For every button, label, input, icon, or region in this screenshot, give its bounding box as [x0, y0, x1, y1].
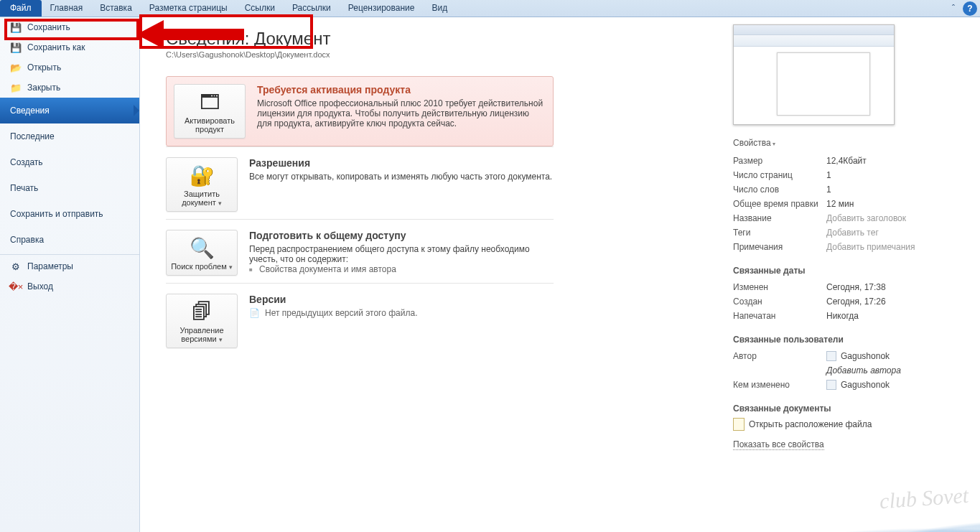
prop-key: Размер [733, 154, 826, 168]
minimize-ribbon-icon[interactable]: ˆ [947, 0, 960, 17]
prop-value: 12,4Кбайт [826, 154, 867, 168]
open-location-label: Открыть расположение файла [749, 419, 872, 429]
prop-key: Изменен [733, 280, 826, 294]
backstage-sidebar: 💾 Сохранить 💾 Сохранить как 📂 Открыть 📁 … [0, 17, 140, 532]
related-docs-heading: Связанные документы [733, 403, 956, 414]
versions-section: 🗐 Управление версиями ▾ Версии 📄 Нет пре… [166, 283, 554, 355]
manage-versions-button[interactable]: 🗐 Управление версиями ▾ [166, 294, 238, 348]
folder-icon [733, 418, 745, 431]
permissions-body: Все могут открывать, копировать и изменя… [249, 172, 554, 182]
tab-home[interactable]: Главная [42, 0, 92, 17]
sidebar-label: Сохранить [27, 22, 70, 32]
protect-document-button[interactable]: 🔐 Защитить документ ▾ [166, 157, 238, 212]
check-issues-button[interactable]: 🔍 Поиск проблем ▾ [166, 230, 238, 276]
person-icon [826, 380, 836, 390]
button-label: Защитить документ [182, 190, 220, 207]
add-author-link[interactable]: Добавить автора [826, 363, 901, 378]
prop-placeholder[interactable]: Добавить тег [826, 225, 879, 240]
tab-mailings[interactable]: Рассылки [284, 0, 340, 17]
versions-heading: Версии [249, 294, 554, 305]
sidebar-open[interactable]: 📂 Открыть [0, 57, 139, 78]
version-item-icon: 📄 [249, 308, 261, 318]
sidebar-share[interactable]: Сохранить и отправить [0, 201, 139, 227]
sidebar-close[interactable]: 📁 Закрыть [0, 78, 139, 98]
sidebar-help[interactable]: Справка [0, 227, 139, 253]
lock-icon: 🔐 [187, 164, 216, 187]
open-file-location[interactable]: Открыть расположение файла [733, 418, 956, 431]
tab-review[interactable]: Рецензирование [340, 0, 424, 17]
document-thumbnail[interactable] [733, 24, 895, 125]
prepare-bullet: Свойства документа и имя автора [249, 264, 554, 274]
tab-file[interactable]: Файл [0, 0, 42, 17]
lastmod-value[interactable]: Gagushonok [826, 378, 890, 392]
activation-text: Требуется активация продукта Microsoft O… [257, 84, 546, 139]
sidebar-label: Печать [10, 183, 38, 193]
prop-key: Автор [733, 349, 826, 363]
prop-placeholder[interactable]: Добавить заголовок [826, 211, 906, 225]
activation-heading: Требуется активация продукта [257, 84, 546, 95]
author-value[interactable]: Gagushonok [826, 349, 890, 363]
sidebar-label: Параметры [27, 261, 73, 271]
sidebar-exit[interactable]: �× Выход [0, 276, 139, 297]
sidebar-label: Сохранить и отправить [10, 209, 103, 219]
activation-section: 🗔 Активировать продукт Требуется активац… [166, 76, 554, 146]
open-icon: 📂 [10, 62, 22, 73]
related-people-heading: Связанные пользователи [733, 335, 956, 345]
prop-value: 1 [826, 182, 831, 197]
button-label: Поиск проблем [171, 262, 227, 271]
sidebar-label: Справка [10, 235, 44, 245]
tab-page-layout[interactable]: Разметка страницы [141, 0, 236, 17]
prepare-heading: Подготовить к общему доступу [249, 230, 554, 241]
tab-references[interactable]: Ссылки [236, 0, 284, 17]
chevron-down-icon: ▾ [773, 141, 775, 147]
sidebar-separator [0, 254, 139, 255]
tab-insert[interactable]: Вставка [91, 0, 141, 17]
activate-icon: 🗔 [195, 90, 224, 113]
sidebar-label: Создать [10, 157, 43, 167]
chevron-down-icon: ▾ [219, 336, 223, 343]
help-icon[interactable]: ? [963, 1, 977, 16]
chevron-down-icon: ▾ [229, 263, 233, 271]
close-icon: 📁 [10, 82, 22, 93]
sidebar-label: Закрыть [27, 83, 60, 93]
permissions-section: 🔐 Защитить документ ▾ Разрешения Все мог… [166, 146, 554, 219]
tab-view[interactable]: Вид [423, 0, 456, 17]
sidebar-print[interactable]: Печать [0, 175, 139, 201]
sidebar-save[interactable]: 💾 Сохранить [0, 17, 139, 37]
ribbon-tabs: Файл Главная Вставка Разметка страницы С… [0, 0, 980, 17]
sidebar-info[interactable]: Сведения [0, 98, 139, 123]
sidebar-options[interactable]: ⚙ Параметры [0, 256, 139, 276]
save-as-icon: 💾 [10, 42, 22, 53]
versions-text: Версии 📄 Нет предыдущих версий этого фай… [249, 294, 554, 348]
prepare-text: Подготовить к общему доступу Перед распр… [249, 230, 554, 276]
prop-value: 12 мин [826, 197, 854, 211]
prop-key: Название [733, 211, 826, 225]
sidebar-label: Последние [10, 131, 55, 141]
prop-key: Напечатан [733, 309, 826, 323]
sidebar-new[interactable]: Создать [0, 149, 139, 175]
activate-product-button[interactable]: 🗔 Активировать продукт [174, 84, 246, 139]
save-icon: 💾 [10, 22, 22, 33]
sidebar-save-as[interactable]: 💾 Сохранить как [0, 37, 139, 57]
sidebar-label: Сведения [10, 106, 50, 116]
sidebar-recent[interactable]: Последние [0, 123, 139, 149]
versions-line: Нет предыдущих версий этого файла. [265, 308, 418, 318]
options-icon: ⚙ [10, 261, 22, 272]
permissions-text: Разрешения Все могут открывать, копирова… [249, 157, 554, 212]
sidebar-label: Сохранить как [27, 42, 85, 52]
prepare-section: 🔍 Поиск проблем ▾ Подготовить к общему д… [166, 219, 554, 283]
prop-key: Примечания [733, 240, 826, 254]
inspect-icon: 🔍 [187, 236, 216, 259]
chevron-down-icon: ▾ [218, 200, 222, 207]
prop-key: Общее время правки [733, 197, 826, 211]
button-label: Активировать продукт [177, 116, 242, 134]
prop-placeholder[interactable]: Добавить примечания [826, 240, 915, 254]
properties-dropdown[interactable]: Свойства▾ [733, 138, 956, 148]
button-label: Управление версиями [179, 326, 223, 343]
sidebar-label: Открыть [27, 62, 61, 73]
prop-key: Кем изменено [733, 378, 826, 392]
show-all-properties-link[interactable]: Показать все свойства [733, 439, 824, 450]
prop-value: Сегодня, 17:38 [826, 280, 886, 294]
sidebar-label: Выход [27, 281, 53, 291]
prop-value: Сегодня, 17:26 [826, 294, 886, 309]
